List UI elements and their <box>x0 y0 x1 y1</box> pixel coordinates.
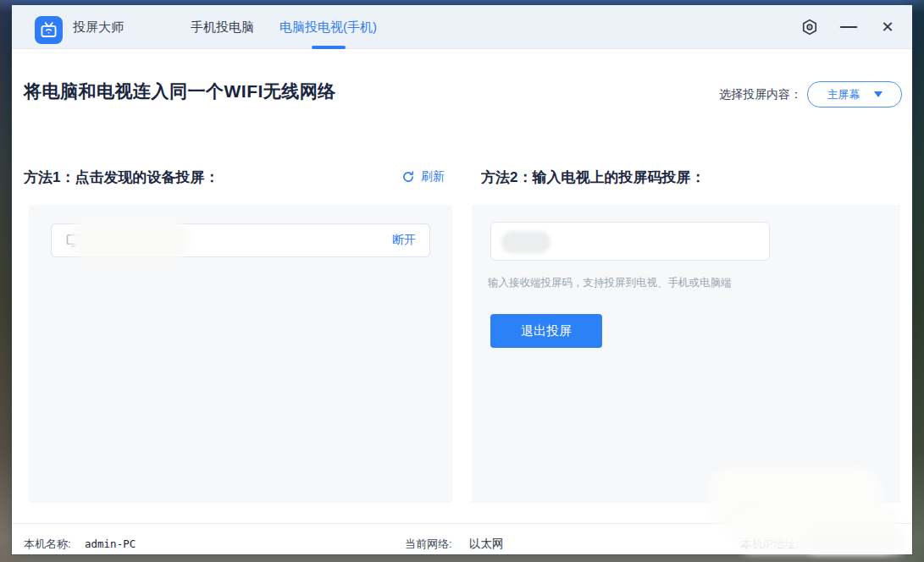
active-tab-underline <box>312 46 346 49</box>
refresh-label: 刷新 <box>421 169 445 185</box>
select-content-label: 选择投屏内容： <box>719 87 802 102</box>
screen-source-value: 主屏幕 <box>827 87 860 102</box>
title-bar: 投屏大师 手机投电脑 电脑投电视(手机) — ✕ <box>12 5 912 49</box>
app-title: 投屏大师 <box>73 5 124 49</box>
window-controls: — ✕ <box>799 5 899 49</box>
settings-icon[interactable] <box>799 16 821 38</box>
cast-code-hint: 输入接收端投屏码，支持投屏到电视、手机或电脑端 <box>488 276 732 290</box>
host-name-label: 本机名称: <box>24 537 71 552</box>
host-name-value: admin-PC <box>85 537 136 550</box>
redaction-blur-code <box>501 231 551 253</box>
network-label: 当前网络: <box>405 537 452 552</box>
method1-title: 方法1：点击发现的设备投屏： <box>24 168 219 187</box>
close-button[interactable]: ✕ <box>877 16 899 38</box>
tab-pc-to-tv[interactable]: 电脑投电视(手机) <box>279 5 377 49</box>
chevron-down-icon <box>874 91 883 97</box>
redaction-blur-device-name <box>69 218 190 261</box>
exit-cast-button[interactable]: 退出投屏 <box>490 314 602 348</box>
network-value: 以太网 <box>469 537 504 552</box>
redaction-blur-ip-value <box>806 532 906 554</box>
method2-title: 方法2：输入电视上的投屏码投屏： <box>481 168 705 187</box>
minimize-button[interactable]: — <box>838 16 860 38</box>
tab-phone-to-pc[interactable]: 手机投电脑 <box>191 5 254 49</box>
disconnect-button[interactable]: 断开 <box>392 233 416 248</box>
refresh-icon <box>401 170 415 184</box>
screen-source-dropdown[interactable]: 主屏幕 <box>807 81 902 107</box>
app-window: 投屏大师 手机投电脑 电脑投电视(手机) — ✕ 将电脑和电视连入同一个WIFI… <box>12 5 912 554</box>
page-title: 将电脑和电视连入同一个WIFI无线网络 <box>24 80 336 103</box>
app-logo-icon <box>35 16 63 44</box>
refresh-button[interactable]: 刷新 <box>401 169 445 185</box>
